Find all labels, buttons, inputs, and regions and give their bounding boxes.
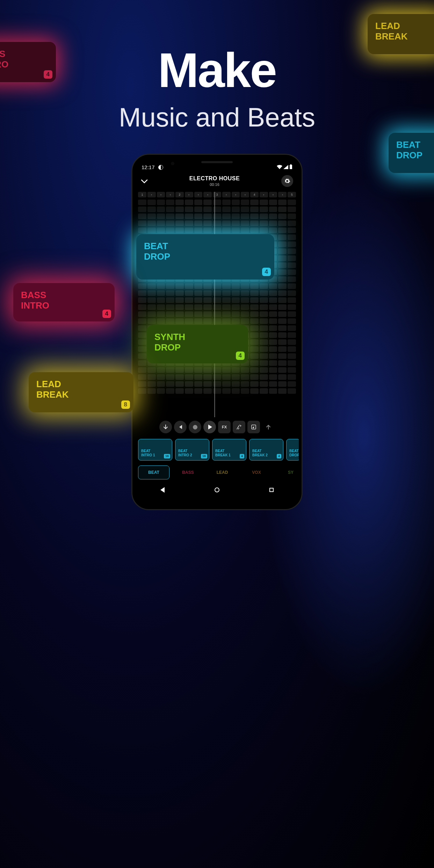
grid-cell[interactable] (185, 290, 193, 296)
grid-cell[interactable] (203, 304, 212, 310)
ruler-cell[interactable]: 5 (288, 192, 296, 197)
grid-cell[interactable] (250, 311, 259, 317)
grid-cell[interactable] (241, 311, 249, 317)
grid-cell[interactable] (213, 381, 221, 387)
grid-cell[interactable] (175, 304, 184, 310)
grid-cell[interactable] (203, 318, 212, 324)
grid-cell[interactable] (138, 374, 146, 380)
grid-cell[interactable] (213, 220, 221, 226)
grid-cell[interactable] (232, 367, 240, 373)
ruler-cell[interactable] (185, 192, 193, 197)
grid-cell[interactable] (250, 227, 259, 233)
grid-cell[interactable] (157, 227, 165, 233)
grid-cell[interactable] (269, 374, 277, 380)
grid-cell[interactable] (175, 220, 184, 226)
grid-cell[interactable] (278, 214, 287, 219)
grid-cell[interactable] (260, 353, 268, 359)
grid-cell[interactable] (147, 290, 156, 296)
track-grid[interactable] (135, 199, 299, 417)
grid-cell[interactable] (250, 388, 259, 394)
grid-cell[interactable] (185, 227, 193, 233)
grid-cell[interactable] (157, 283, 165, 289)
grid-cell[interactable] (278, 346, 287, 352)
grid-cell[interactable] (147, 318, 156, 324)
grid-cell[interactable] (175, 214, 184, 219)
nav-home-icon[interactable] (215, 487, 219, 492)
grid-cell[interactable] (194, 207, 203, 212)
grid-cell[interactable] (288, 297, 296, 303)
grid-cell[interactable] (232, 381, 240, 387)
grid-cell[interactable] (222, 367, 231, 373)
grid-cell[interactable] (147, 200, 156, 205)
grid-cell[interactable] (269, 227, 277, 233)
grid-cell[interactable] (166, 227, 174, 233)
grid-cell[interactable] (269, 290, 277, 296)
grid-cell[interactable] (203, 200, 212, 205)
grid-cell[interactable] (250, 374, 259, 380)
grid-cell[interactable] (250, 332, 259, 338)
grid-cell[interactable] (278, 207, 287, 212)
grid-cell[interactable] (138, 339, 146, 345)
grid-cell[interactable] (288, 353, 296, 359)
grid-cell[interactable] (138, 360, 146, 366)
grid-cell[interactable] (260, 360, 268, 366)
grid-cell[interactable] (269, 332, 277, 338)
grid-cell[interactable] (138, 297, 146, 303)
grid-cell[interactable] (260, 388, 268, 394)
grid-cell[interactable] (278, 241, 287, 247)
grid-cell[interactable] (250, 339, 259, 345)
category-bass[interactable]: BASS (172, 465, 204, 479)
grid-cell[interactable] (250, 207, 259, 212)
grid-cell[interactable] (157, 388, 165, 394)
grid-cell[interactable] (250, 290, 259, 296)
grid-cell[interactable] (166, 207, 174, 212)
grid-cell[interactable] (288, 388, 296, 394)
note-button[interactable] (247, 421, 260, 433)
grid-cell[interactable] (260, 339, 268, 345)
grid-cell[interactable] (241, 290, 249, 296)
grid-cell[interactable] (175, 311, 184, 317)
grid-cell[interactable] (194, 374, 203, 380)
grid-cell[interactable] (194, 311, 203, 317)
grid-cell[interactable] (241, 388, 249, 394)
grid-cell[interactable] (166, 304, 174, 310)
grid-cell[interactable] (269, 346, 277, 352)
clip-intro-2[interactable]: BEATINTRO 216 (175, 439, 209, 461)
grid-cell[interactable] (288, 207, 296, 212)
clip-drop[interactable]: BEATDROP (286, 439, 299, 461)
grid-cell[interactable] (241, 200, 249, 205)
nav-recent-icon[interactable] (269, 488, 274, 492)
grid-cell[interactable] (147, 214, 156, 219)
ruler-cell[interactable] (222, 192, 231, 197)
ruler-cell[interactable]: 2 (175, 192, 184, 197)
grid-cell[interactable] (241, 318, 249, 324)
grid-cell[interactable] (250, 304, 259, 310)
grid-cell[interactable] (269, 311, 277, 317)
grid-cell[interactable] (194, 227, 203, 233)
grid-cell[interactable] (232, 200, 240, 205)
grid-cell[interactable] (166, 311, 174, 317)
grid-cell[interactable] (250, 214, 259, 219)
grid-cell[interactable] (288, 283, 296, 289)
sparkle-button[interactable] (233, 421, 245, 433)
grid-cell[interactable] (203, 214, 212, 219)
grid-cell[interactable] (278, 325, 287, 331)
grid-cell[interactable] (138, 283, 146, 289)
grid-cell[interactable] (222, 304, 231, 310)
float-card-lead-break[interactable]: LEADBREAK 8 (29, 372, 133, 412)
grid-cell[interactable] (166, 290, 174, 296)
grid-cell[interactable] (260, 318, 268, 324)
grid-cell[interactable] (213, 227, 221, 233)
grid-cell[interactable] (260, 220, 268, 226)
grid-cell[interactable] (278, 283, 287, 289)
grid-cell[interactable] (232, 374, 240, 380)
grid-cell[interactable] (213, 214, 221, 219)
grid-cell[interactable] (222, 318, 231, 324)
grid-cell[interactable] (278, 367, 287, 373)
grid-cell[interactable] (232, 207, 240, 212)
grid-cell[interactable] (203, 283, 212, 289)
grid-cell[interactable] (232, 290, 240, 296)
fx-button[interactable]: FX (218, 421, 231, 433)
up-arrow-button[interactable] (262, 421, 275, 433)
grid-cell[interactable] (185, 283, 193, 289)
